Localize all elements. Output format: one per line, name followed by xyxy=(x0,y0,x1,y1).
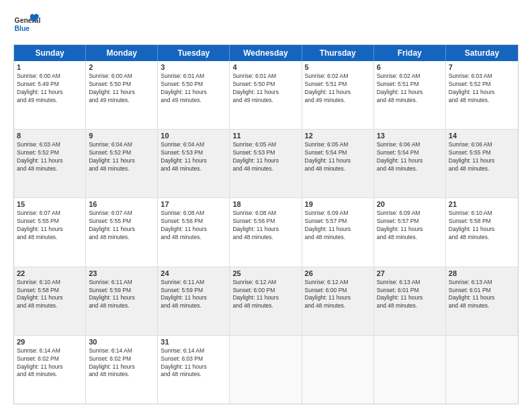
day-info: Sunrise: 6:05 AM Sunset: 5:54 PM Dayligh… xyxy=(305,141,371,173)
calendar-cell: 9Sunrise: 6:04 AM Sunset: 5:52 PM Daylig… xyxy=(86,130,158,197)
day-number: 11 xyxy=(232,132,298,140)
day-number: 7 xyxy=(449,63,515,71)
calendar-cell xyxy=(374,336,446,404)
calendar-cell: 21Sunrise: 6:10 AM Sunset: 5:58 PM Dayli… xyxy=(446,198,518,266)
calendar-cell: 19Sunrise: 6:09 AM Sunset: 5:57 PM Dayli… xyxy=(302,198,374,266)
calendar-row: 22Sunrise: 6:10 AM Sunset: 5:58 PM Dayli… xyxy=(14,267,518,336)
day-info: Sunrise: 6:12 AM Sunset: 6:00 PM Dayligh… xyxy=(305,279,371,311)
day-number: 20 xyxy=(377,200,443,208)
calendar-cell: 18Sunrise: 6:08 AM Sunset: 5:56 PM Dayli… xyxy=(230,198,302,266)
day-number: 15 xyxy=(17,200,83,208)
day-info: Sunrise: 6:01 AM Sunset: 5:50 PM Dayligh… xyxy=(232,73,298,105)
day-number: 30 xyxy=(89,338,154,346)
day-info: Sunrise: 6:14 AM Sunset: 6:02 PM Dayligh… xyxy=(17,347,83,379)
calendar-row: 15Sunrise: 6:07 AM Sunset: 5:55 PM Dayli… xyxy=(14,198,518,267)
calendar-cell: 17Sunrise: 6:08 AM Sunset: 5:56 PM Dayli… xyxy=(158,198,230,266)
calendar-header: SundayMondayTuesdayWednesdayThursdayFrid… xyxy=(14,45,518,61)
day-of-week-monday: Monday xyxy=(86,45,158,61)
day-info: Sunrise: 6:07 AM Sunset: 5:55 PM Dayligh… xyxy=(17,210,83,242)
day-number: 26 xyxy=(305,269,371,277)
day-info: Sunrise: 6:04 AM Sunset: 5:52 PM Dayligh… xyxy=(89,141,154,173)
calendar-cell xyxy=(302,336,374,404)
day-number: 6 xyxy=(377,63,443,71)
calendar-cell xyxy=(446,336,518,404)
calendar-cell: 11Sunrise: 6:05 AM Sunset: 5:53 PM Dayli… xyxy=(230,130,302,197)
day-info: Sunrise: 6:12 AM Sunset: 6:00 PM Dayligh… xyxy=(232,279,298,311)
day-info: Sunrise: 6:11 AM Sunset: 5:59 PM Dayligh… xyxy=(89,279,154,311)
svg-text:Blue: Blue xyxy=(15,25,30,32)
calendar-cell: 10Sunrise: 6:04 AM Sunset: 5:53 PM Dayli… xyxy=(158,130,230,197)
day-info: Sunrise: 6:08 AM Sunset: 5:56 PM Dayligh… xyxy=(232,210,298,242)
day-number: 27 xyxy=(377,269,443,277)
calendar-cell: 1Sunrise: 6:00 AM Sunset: 5:49 PM Daylig… xyxy=(14,61,86,129)
calendar-cell: 12Sunrise: 6:05 AM Sunset: 5:54 PM Dayli… xyxy=(302,130,374,197)
day-info: Sunrise: 6:02 AM Sunset: 5:51 PM Dayligh… xyxy=(305,73,371,105)
day-number: 19 xyxy=(305,200,371,208)
day-info: Sunrise: 6:13 AM Sunset: 6:01 PM Dayligh… xyxy=(449,279,515,311)
day-number: 28 xyxy=(449,269,515,277)
calendar-cell: 24Sunrise: 6:11 AM Sunset: 5:59 PM Dayli… xyxy=(158,267,230,335)
generalblue-logo-icon: General Blue xyxy=(13,11,40,38)
day-info: Sunrise: 6:06 AM Sunset: 5:55 PM Dayligh… xyxy=(449,141,515,173)
day-number: 12 xyxy=(305,132,371,140)
day-number: 22 xyxy=(17,269,83,277)
day-number: 4 xyxy=(232,63,298,71)
day-info: Sunrise: 6:14 AM Sunset: 6:03 PM Dayligh… xyxy=(161,347,226,379)
day-number: 24 xyxy=(161,269,226,277)
day-info: Sunrise: 6:14 AM Sunset: 6:02 PM Dayligh… xyxy=(89,347,154,379)
calendar-cell: 13Sunrise: 6:06 AM Sunset: 5:54 PM Dayli… xyxy=(374,130,446,197)
day-number: 17 xyxy=(161,200,226,208)
calendar-cell: 6Sunrise: 6:02 AM Sunset: 5:51 PM Daylig… xyxy=(374,61,446,129)
calendar-row: 1Sunrise: 6:00 AM Sunset: 5:49 PM Daylig… xyxy=(14,61,518,130)
calendar-cell xyxy=(230,336,302,404)
calendar-cell: 5Sunrise: 6:02 AM Sunset: 5:51 PM Daylig… xyxy=(302,61,374,129)
day-of-week-wednesday: Wednesday xyxy=(230,45,302,61)
day-info: Sunrise: 6:04 AM Sunset: 5:53 PM Dayligh… xyxy=(161,141,226,173)
day-number: 25 xyxy=(232,269,298,277)
calendar-cell: 2Sunrise: 6:00 AM Sunset: 5:50 PM Daylig… xyxy=(86,61,158,129)
day-info: Sunrise: 6:03 AM Sunset: 5:52 PM Dayligh… xyxy=(17,141,83,173)
calendar-cell: 14Sunrise: 6:06 AM Sunset: 5:55 PM Dayli… xyxy=(446,130,518,197)
day-info: Sunrise: 6:09 AM Sunset: 5:57 PM Dayligh… xyxy=(377,210,443,242)
calendar-row: 29Sunrise: 6:14 AM Sunset: 6:02 PM Dayli… xyxy=(14,336,518,404)
day-info: Sunrise: 6:00 AM Sunset: 5:50 PM Dayligh… xyxy=(89,73,154,105)
day-number: 18 xyxy=(232,200,298,208)
day-number: 5 xyxy=(305,63,371,71)
day-number: 8 xyxy=(17,132,83,140)
day-info: Sunrise: 6:09 AM Sunset: 5:57 PM Dayligh… xyxy=(305,210,371,242)
calendar-cell: 23Sunrise: 6:11 AM Sunset: 5:59 PM Dayli… xyxy=(86,267,158,335)
day-number: 2 xyxy=(89,63,154,71)
calendar-cell: 22Sunrise: 6:10 AM Sunset: 5:58 PM Dayli… xyxy=(14,267,86,335)
day-number: 14 xyxy=(449,132,515,140)
day-info: Sunrise: 6:06 AM Sunset: 5:54 PM Dayligh… xyxy=(377,141,443,173)
day-number: 29 xyxy=(17,338,83,346)
day-info: Sunrise: 6:05 AM Sunset: 5:53 PM Dayligh… xyxy=(232,141,298,173)
calendar-cell: 8Sunrise: 6:03 AM Sunset: 5:52 PM Daylig… xyxy=(14,130,86,197)
day-info: Sunrise: 6:08 AM Sunset: 5:56 PM Dayligh… xyxy=(161,210,226,242)
day-info: Sunrise: 6:02 AM Sunset: 5:51 PM Dayligh… xyxy=(377,73,443,105)
calendar-cell: 25Sunrise: 6:12 AM Sunset: 6:00 PM Dayli… xyxy=(230,267,302,335)
day-of-week-thursday: Thursday xyxy=(302,45,374,61)
calendar-cell: 29Sunrise: 6:14 AM Sunset: 6:02 PM Dayli… xyxy=(14,336,86,404)
day-number: 16 xyxy=(89,200,154,208)
calendar-row: 8Sunrise: 6:03 AM Sunset: 5:52 PM Daylig… xyxy=(14,130,518,198)
calendar-cell: 7Sunrise: 6:03 AM Sunset: 5:52 PM Daylig… xyxy=(446,61,518,129)
calendar-cell: 4Sunrise: 6:01 AM Sunset: 5:50 PM Daylig… xyxy=(230,61,302,129)
page: General Blue SundayMondayTuesdayWednesda… xyxy=(0,0,532,411)
day-info: Sunrise: 6:07 AM Sunset: 5:55 PM Dayligh… xyxy=(89,210,154,242)
day-info: Sunrise: 6:01 AM Sunset: 5:50 PM Dayligh… xyxy=(161,73,226,105)
day-info: Sunrise: 6:10 AM Sunset: 5:58 PM Dayligh… xyxy=(449,210,515,242)
calendar: SundayMondayTuesdayWednesdayThursdayFrid… xyxy=(13,44,519,404)
day-of-week-friday: Friday xyxy=(374,45,446,61)
day-of-week-tuesday: Tuesday xyxy=(158,45,230,61)
day-info: Sunrise: 6:00 AM Sunset: 5:49 PM Dayligh… xyxy=(17,73,83,105)
day-info: Sunrise: 6:11 AM Sunset: 5:59 PM Dayligh… xyxy=(161,279,226,311)
calendar-cell: 16Sunrise: 6:07 AM Sunset: 5:55 PM Dayli… xyxy=(86,198,158,266)
calendar-cell: 31Sunrise: 6:14 AM Sunset: 6:03 PM Dayli… xyxy=(158,336,230,404)
header: General Blue xyxy=(13,11,519,38)
calendar-cell: 26Sunrise: 6:12 AM Sunset: 6:00 PM Dayli… xyxy=(302,267,374,335)
day-number: 10 xyxy=(161,132,226,140)
day-number: 23 xyxy=(89,269,154,277)
day-info: Sunrise: 6:13 AM Sunset: 6:01 PM Dayligh… xyxy=(377,279,443,311)
day-number: 13 xyxy=(377,132,443,140)
